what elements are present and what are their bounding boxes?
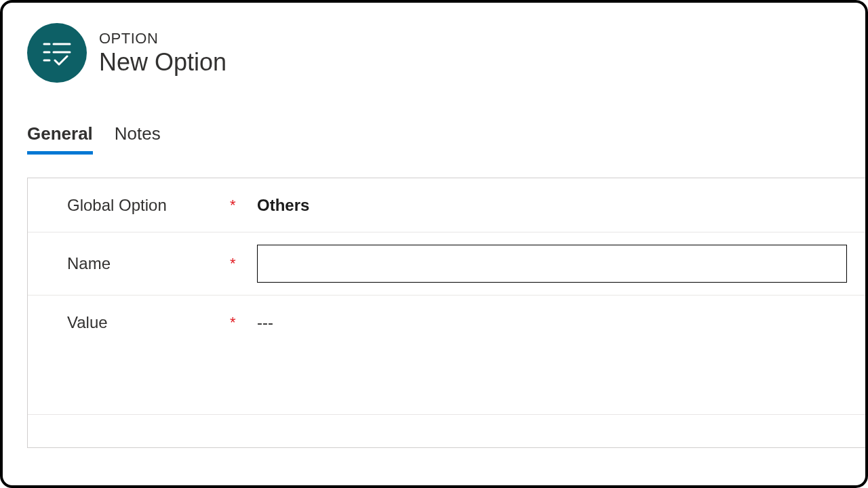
tab-notes[interactable]: Notes	[115, 123, 161, 155]
entity-type-label: OPTION	[99, 30, 226, 47]
spacer-row	[28, 350, 865, 415]
label-value: Value	[67, 313, 230, 332]
page-header: OPTION New Option	[3, 3, 865, 83]
required-mark: *	[230, 255, 257, 272]
header-text-block: OPTION New Option	[99, 30, 226, 76]
name-input[interactable]	[257, 245, 847, 283]
value-field[interactable]: ---	[257, 313, 273, 332]
row-value: Value * ---	[28, 296, 865, 350]
option-entity-icon	[27, 23, 87, 83]
row-global-option: Global Option * Others	[28, 178, 865, 232]
tab-strip: General Notes	[3, 83, 865, 155]
page-title: New Option	[99, 49, 226, 76]
global-option-lookup[interactable]: Others	[257, 196, 309, 215]
app-window: OPTION New Option General Notes Global O…	[0, 0, 868, 488]
tab-general[interactable]: General	[27, 123, 93, 155]
required-mark: *	[230, 314, 257, 331]
form-panel: Global Option * Others Name * Value * --…	[27, 178, 865, 448]
label-global-option: Global Option	[67, 196, 230, 215]
required-mark: *	[230, 197, 257, 214]
label-name: Name	[67, 254, 230, 273]
footer-row	[28, 415, 865, 447]
row-name: Name *	[28, 232, 865, 296]
